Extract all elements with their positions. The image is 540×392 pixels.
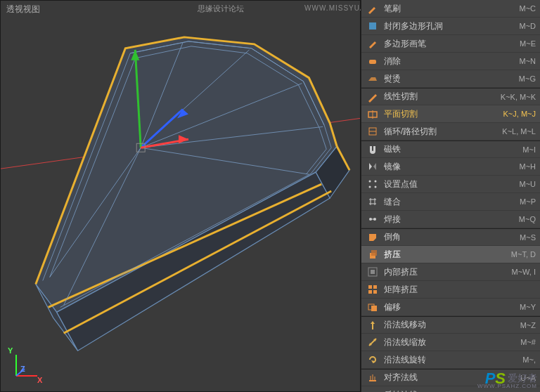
menu-shortcut: K~L, M~L xyxy=(502,127,536,136)
menu-label: 矩阵挤压 xyxy=(384,284,530,296)
menu-item-mirror[interactable]: 镜像M~H xyxy=(361,158,540,176)
menu-label: 磁铁 xyxy=(384,143,517,155)
nrot-icon xyxy=(366,353,380,366)
menu-label: 焊接 xyxy=(384,214,513,226)
menu-label: 沿法线移动 xyxy=(384,319,515,331)
nscale-icon xyxy=(366,336,380,348)
menu-item-pen[interactable]: 多边形画笔M~E xyxy=(361,35,540,53)
axis-z-label: Z xyxy=(20,365,25,373)
svg-point-38 xyxy=(375,186,377,188)
menu-shortcut: K~K, M~K xyxy=(501,93,536,101)
menu-label: 挤压 xyxy=(384,249,506,261)
menu-shortcut: M~S xyxy=(520,233,536,242)
svg-point-35 xyxy=(369,181,371,183)
menu-shortcut: M~H xyxy=(519,162,536,171)
menu-shortcut: M~E xyxy=(520,39,536,48)
menu-label: 设置点值 xyxy=(384,178,513,190)
menu-label: 反转法线 xyxy=(384,389,530,393)
menu-label: 循环/路径切割 xyxy=(384,126,496,138)
mesh-canvas xyxy=(1,1,360,391)
menu-label: 消除 xyxy=(384,55,513,67)
menu-shortcut: M~C xyxy=(519,4,536,13)
menu-shortcut: M~I xyxy=(522,145,536,154)
menu-shortcut: M~Z xyxy=(520,321,536,329)
svg-rect-30 xyxy=(369,60,376,64)
menu-item-iron[interactable]: 熨烫M~G xyxy=(361,70,540,88)
menu-label: 内部挤压 xyxy=(384,266,506,278)
menu-item-plane[interactable]: 平面切割K~J, M~J xyxy=(361,105,540,123)
axis-y-label: Y xyxy=(8,346,13,355)
menu-label: 缝合 xyxy=(384,196,514,208)
menu-item-erase[interactable]: 消除M~N xyxy=(361,53,540,70)
iron-icon xyxy=(366,72,380,85)
menu-shortcut: M~D xyxy=(519,22,536,30)
context-menu: 笔刷M~C封闭多边形孔洞M~D多边形画笔M~E消除M~N熨烫M~G线性切割K~K… xyxy=(361,0,540,392)
menu-shortcut: M~T, D xyxy=(511,250,536,259)
menu-label: 沿法线旋转 xyxy=(384,354,517,366)
bevel-icon xyxy=(366,231,380,244)
svg-rect-51 xyxy=(373,285,377,289)
knife-icon xyxy=(366,91,380,103)
menu-item-inner[interactable]: 内部挤压M~W, I xyxy=(361,263,540,281)
menu-item-magnet[interactable]: 磁铁M~I xyxy=(361,141,540,158)
svg-point-36 xyxy=(375,181,377,183)
magnet-icon xyxy=(366,143,380,156)
menu-item-stitch[interactable]: 缝合M~P xyxy=(361,193,540,211)
menu-item-nrot[interactable]: 沿法线旋转M~, xyxy=(361,351,540,369)
menu-shortcut: M~# xyxy=(520,338,536,346)
menu-label: 线性切割 xyxy=(384,91,495,103)
inner-icon xyxy=(366,266,380,278)
pen-icon xyxy=(366,37,380,50)
menu-item-offset[interactable]: 偏移M~Y xyxy=(361,299,540,316)
svg-rect-53 xyxy=(373,290,377,294)
menu-label: 多边形画笔 xyxy=(384,38,514,50)
svg-point-37 xyxy=(369,186,371,188)
menu-item-extrude[interactable]: 挤压M~T, D xyxy=(361,246,540,263)
menu-shortcut: K~J, M~J xyxy=(503,110,536,118)
mirror-icon xyxy=(366,160,380,173)
menu-label: 镜像 xyxy=(384,161,513,173)
menu-shortcut: M~P xyxy=(520,197,536,206)
brush-icon xyxy=(366,2,380,15)
menu-shortcut: M~W, I xyxy=(511,268,536,276)
menu-label: 笔刷 xyxy=(384,3,513,15)
menu-item-matrix[interactable]: 矩阵挤压 xyxy=(361,281,540,299)
menu-shortcut: M~Y xyxy=(520,303,536,311)
menu-item-poly[interactable]: 封闭多边形孔洞M~D xyxy=(361,18,540,35)
menu-label: 平面切割 xyxy=(384,108,498,120)
matrix-icon xyxy=(366,283,380,296)
menu-item-points[interactable]: 设置点值M~U xyxy=(361,176,540,193)
poly-icon xyxy=(366,20,380,32)
extrude-icon xyxy=(366,248,380,261)
menu-label: 封闭多边形孔洞 xyxy=(384,20,513,32)
plane-icon xyxy=(366,107,380,120)
loop-icon xyxy=(366,125,380,138)
menu-item-nmove[interactable]: 沿法线移动M~Z xyxy=(361,316,540,334)
erase-icon xyxy=(366,55,380,67)
menu-shortcut: M~, xyxy=(522,355,536,364)
axis-x-label: X xyxy=(37,376,42,384)
svg-rect-47 xyxy=(371,250,377,256)
points-icon xyxy=(366,178,380,190)
menu-item-loop[interactable]: 循环/路径切割K~L, M~L xyxy=(361,123,540,141)
menu-item-brush[interactable]: 笔刷M~C xyxy=(361,0,540,18)
weld-icon xyxy=(366,213,380,226)
watermark-bottom: PS 爱好者 WWW.PSAHZ.COM xyxy=(485,370,537,388)
nmove-icon xyxy=(366,319,380,332)
menu-item-knife[interactable]: 线性切割K~K, M~K xyxy=(361,88,540,105)
menu-label: 偏移 xyxy=(384,301,514,313)
align-icon xyxy=(366,372,380,384)
stitch-icon xyxy=(366,195,380,208)
menu-item-weld[interactable]: 焊接M~Q xyxy=(361,211,540,228)
menu-shortcut: M~U xyxy=(519,180,536,188)
menu-label: 熨烫 xyxy=(384,73,513,85)
viewport[interactable]: 透视视图 思缘设计论坛 xyxy=(0,0,361,392)
svg-rect-29 xyxy=(369,22,376,30)
svg-rect-52 xyxy=(368,290,372,294)
svg-rect-50 xyxy=(368,285,372,289)
menu-shortcut: M~G xyxy=(519,74,536,83)
menu-item-nscale[interactable]: 沿法线缩放M~# xyxy=(361,334,540,351)
menu-item-bevel[interactable]: 倒角M~S xyxy=(361,228,540,246)
svg-rect-55 xyxy=(371,306,377,311)
svg-rect-49 xyxy=(371,270,375,274)
